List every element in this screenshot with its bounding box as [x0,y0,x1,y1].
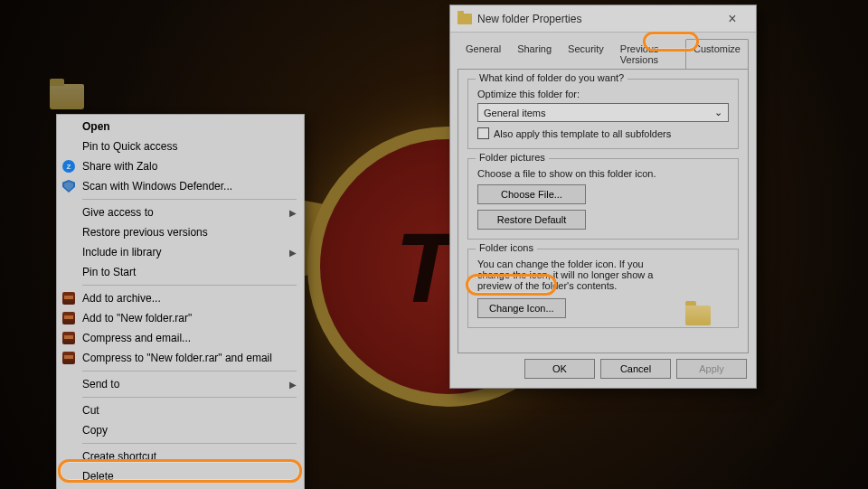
ctx-restore-previous[interactable]: Restore previous versions [57,222,304,242]
group-folder-pictures: Folder pictures Choose a file to show on… [467,158,739,240]
separator [82,371,297,371]
separator [82,443,297,444]
apply-subfolders-checkbox[interactable]: Also apply this template to all subfolde… [477,127,729,139]
blank-icon [61,377,77,391]
optimize-select[interactable]: General items ⌄ [477,103,729,122]
tab-previous-versions[interactable]: Previous Versions [612,39,685,70]
cancel-button[interactable]: Cancel [600,359,671,379]
group-title: What kind of folder do you want? [476,72,627,83]
tab-general[interactable]: General [458,39,509,70]
ctx-pin-quick-access[interactable]: Pin to Quick access [57,136,304,156]
properties-dialog: New folder Properties × General Sharing … [449,5,757,389]
ctx-give-access[interactable]: Give access to ▶ [57,202,304,222]
chevron-down-icon: ⌄ [714,107,722,118]
tab-customize[interactable]: Customize [685,39,749,70]
group-folder-kind: What kind of folder do you want? Optimiz… [467,79,739,149]
blank-icon [61,469,77,484]
ctx-compress-rar-email[interactable]: Compress to "New folder.rar" and email [57,348,304,368]
dialog-buttons: OK Cancel Apply [450,359,756,388]
blank-icon [61,139,77,154]
restore-default-button[interactable]: Restore Default [477,210,586,230]
group-title: Folder icons [476,242,537,253]
ctx-compress-email[interactable]: Compress and email... [57,328,304,348]
ctx-add-archive[interactable]: Add to archive... [57,288,304,308]
context-menu: Open Pin to Quick access Z Share with Za… [56,114,305,489]
close-icon[interactable]: × [714,11,750,27]
tab-security[interactable]: Security [560,39,612,70]
apply-button[interactable]: Apply [676,359,747,379]
tab-strip: General Sharing Security Previous Versio… [450,33,756,69]
blank-icon [61,225,77,240]
blank-icon [61,205,77,220]
zalo-icon: Z [61,159,77,174]
checkbox-icon [477,127,489,139]
ctx-include-library[interactable]: Include in library ▶ [57,242,304,262]
select-value: General items [484,108,545,118]
optimize-label: Optimize this folder for: [477,89,729,99]
blank-icon [61,265,77,279]
group-title: Folder pictures [476,152,549,163]
blank-icon [61,423,77,437]
ctx-copy[interactable]: Copy [57,420,304,440]
archive-icon [61,291,77,306]
pictures-text: Choose a file to show on this folder ico… [477,168,729,179]
separator [82,397,297,398]
dialog-titlebar[interactable]: New folder Properties × [450,5,756,33]
archive-icon [61,331,77,345]
separator [82,199,297,200]
ctx-send-to[interactable]: Send to ▶ [57,374,304,394]
blank-icon [61,245,77,259]
ctx-share-zalo[interactable]: Z Share with Zalo [57,156,304,176]
ctx-open[interactable]: Open [57,117,304,136]
ctx-delete[interactable]: Delete [57,466,304,486]
chevron-right-icon: ▶ [289,208,297,218]
blank-icon [61,403,77,418]
ctx-scan-defender[interactable]: Scan with Windows Defender... [57,176,304,196]
ctx-pin-start[interactable]: Pin to Start [57,262,304,282]
blank-icon [61,119,77,134]
blank-icon [61,449,77,464]
group-folder-icons: Folder icons You can change the folder i… [467,249,739,328]
folder-preview-icon [685,306,711,325]
ctx-cut[interactable]: Cut [57,400,304,420]
folder-icon [458,14,472,24]
chevron-right-icon: ▶ [289,380,297,390]
separator [82,285,297,286]
folder-icon [50,84,84,109]
archive-icon [61,311,77,325]
ctx-add-rar[interactable]: Add to "New folder.rar" [57,308,304,328]
choose-file-button[interactable]: Choose File... [477,184,586,204]
ctx-create-shortcut[interactable]: Create shortcut [57,447,304,466]
icons-text: You can change the folder icon. If you c… [477,259,729,291]
ok-button[interactable]: OK [524,359,595,379]
tab-sharing[interactable]: Sharing [509,39,560,70]
dialog-title: New folder Properties [477,13,714,25]
archive-icon [61,351,77,365]
checkbox-label: Also apply this template to all subfolde… [494,128,671,139]
shield-icon [61,179,77,193]
change-icon-button[interactable]: Change Icon... [477,298,566,318]
chevron-right-icon: ▶ [289,248,297,258]
customize-pane: What kind of folder do you want? Optimiz… [458,69,749,353]
